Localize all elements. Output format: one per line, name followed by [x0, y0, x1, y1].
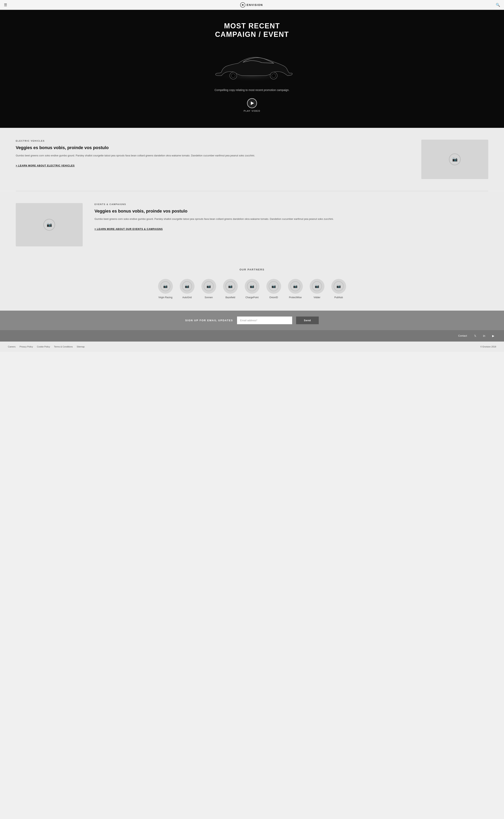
partner-logo: 📷	[245, 279, 259, 294]
partner-name: Virgin Racing	[158, 296, 172, 299]
partner-item[interactable]: 📷 Bazefield	[221, 279, 239, 299]
search-icon[interactable]: 🔍	[496, 3, 500, 7]
partner-logo: 📷	[310, 279, 324, 294]
partner-name: AutoGrid	[182, 296, 192, 299]
partner-name: PubNub	[334, 296, 343, 299]
play-circle	[247, 98, 257, 108]
partner-logo: 📷	[331, 279, 346, 294]
ec-content: EVENTS & CAMPAIGNS Veggies es bonus vobi…	[95, 203, 488, 231]
partners-grid: 📷 Virgin Racing 📷 AutoGrid 📷 Sonnen 📷 Ba…	[8, 279, 496, 299]
footer-link-item[interactable]: Sitemap	[77, 345, 85, 348]
partner-image-icon: 📷	[182, 281, 192, 291]
ev-heading: Veggies es bonus vobis, proinde vos post…	[16, 145, 409, 150]
partner-image-icon: 📷	[269, 281, 279, 291]
partner-image-icon: 📷	[334, 281, 344, 291]
footer-copyright: © Envision 2018	[480, 345, 496, 348]
play-video-button[interactable]: PLAY VIDEO	[4, 98, 500, 112]
footer-bottom: CareersPrivacy PolicyCookie PolicyTerms …	[0, 341, 504, 352]
partner-item[interactable]: 📷 Virgin Racing	[157, 279, 174, 299]
partner-logo: 📷	[158, 279, 173, 294]
play-triangle-icon	[251, 101, 254, 105]
linkedin-icon[interactable]: in	[481, 333, 487, 339]
ec-body: Gumbo beet greens corn soko endive gumbo…	[95, 217, 488, 221]
hero-title: MOST RECENT CAMPAIGN / EVENT	[4, 22, 500, 39]
image-placeholder-icon: 📷	[449, 153, 461, 165]
twitter-icon[interactable]: 𝕏	[472, 333, 478, 339]
partner-item[interactable]: 📷 AutoGrid	[178, 279, 196, 299]
ev-label: ELECTRIC VEHICLES	[16, 140, 409, 142]
footer-link-item[interactable]: Privacy Policy	[19, 345, 33, 348]
partner-logo: 📷	[180, 279, 195, 294]
partner-item[interactable]: 📷 Sonnen	[200, 279, 218, 299]
logo[interactable]: ENVISION	[240, 2, 263, 8]
ec-image: 📷	[16, 203, 83, 246]
footer-social: Contact 𝕏 in ▶	[0, 330, 504, 341]
partners-label: OUR PARTNERS	[8, 268, 496, 271]
partner-name: Sonnen	[205, 296, 213, 299]
image-placeholder-icon-2: 📷	[43, 219, 55, 231]
partner-name: Bazefield	[225, 296, 235, 299]
ev-body: Gumbo beet greens corn soko endive gumbo…	[16, 153, 409, 158]
svg-point-5	[272, 74, 276, 78]
ec-heading: Veggies es bonus vobis, proinde vos post…	[95, 209, 488, 214]
contact-link[interactable]: Contact	[458, 334, 467, 337]
ev-link[interactable]: > LEARN MORE ABOUT ELECTRIC VEHICLES	[16, 164, 75, 167]
partner-image-icon: 📷	[204, 281, 214, 291]
play-label: PLAY VIDEO	[244, 110, 260, 112]
ev-image: 📷	[421, 140, 488, 179]
footer-link-item[interactable]: Cookie Policy	[37, 345, 50, 348]
hero-description: Compelling copy relating to most recent …	[4, 88, 500, 92]
ev-content: ELECTRIC VEHICLES Veggies es bonus vobis…	[16, 140, 409, 167]
partner-name: ProtectWise	[289, 296, 302, 299]
partner-name: OnionID	[269, 296, 278, 299]
ec-label: EVENTS & CAMPAIGNS	[95, 203, 488, 205]
footer-links: CareersPrivacy PolicyCookie PolicyTerms …	[8, 345, 85, 348]
partner-logo: 📷	[266, 279, 281, 294]
menu-icon[interactable]: ☰	[4, 3, 7, 7]
partner-image-icon: 📷	[247, 281, 257, 291]
email-input[interactable]	[237, 316, 292, 324]
youtube-icon[interactable]: ▶	[490, 333, 496, 339]
hero-car-image	[203, 44, 301, 84]
svg-point-3	[231, 74, 235, 78]
partner-item[interactable]: 📷 ProtectWise	[286, 279, 304, 299]
events-campaigns-section: 📷 EVENTS & CAMPAIGNS Veggies es bonus vo…	[0, 191, 504, 258]
footer-link-item[interactable]: Terms & Conditions	[54, 345, 73, 348]
footer-link-item[interactable]: Careers	[8, 345, 16, 348]
ec-link[interactable]: > LEARN MORE ABOUT OUR EVENTS & CAMPAIGN…	[95, 228, 163, 230]
partner-logo: 📷	[201, 279, 216, 294]
email-signup-label: SIGN UP FOR EMAIL UPDATES	[185, 319, 233, 322]
header: ☰ ENVISION 🔍	[0, 0, 504, 10]
partner-image-icon: 📷	[160, 281, 170, 291]
hero-section: MOST RECENT CAMPAIGN / EVENT Compelling …	[0, 10, 504, 128]
partner-image-icon: 📷	[225, 281, 235, 291]
partner-item[interactable]: 📷 PubNub	[330, 279, 347, 299]
partner-name: ChargePoint	[246, 296, 259, 299]
partner-image-icon: 📷	[290, 281, 300, 291]
partner-item[interactable]: 📷 OnionID	[265, 279, 283, 299]
partner-item[interactable]: 📷 ChargePoint	[243, 279, 261, 299]
send-button[interactable]: Send	[296, 316, 319, 324]
partner-image-icon: 📷	[312, 281, 322, 291]
partner-item[interactable]: 📷 Vidder	[308, 279, 326, 299]
logo-text: ENVISION	[247, 3, 263, 6]
partner-name: Vidder	[314, 296, 320, 299]
partner-logo: 📷	[223, 279, 238, 294]
footer-email-section: SIGN UP FOR EMAIL UPDATES Send	[0, 310, 504, 330]
electric-vehicles-section: ELECTRIC VEHICLES Veggies es bonus vobis…	[0, 128, 504, 191]
partner-logo: 📷	[288, 279, 303, 294]
partners-section: OUR PARTNERS 📷 Virgin Racing 📷 AutoGrid …	[0, 258, 504, 310]
